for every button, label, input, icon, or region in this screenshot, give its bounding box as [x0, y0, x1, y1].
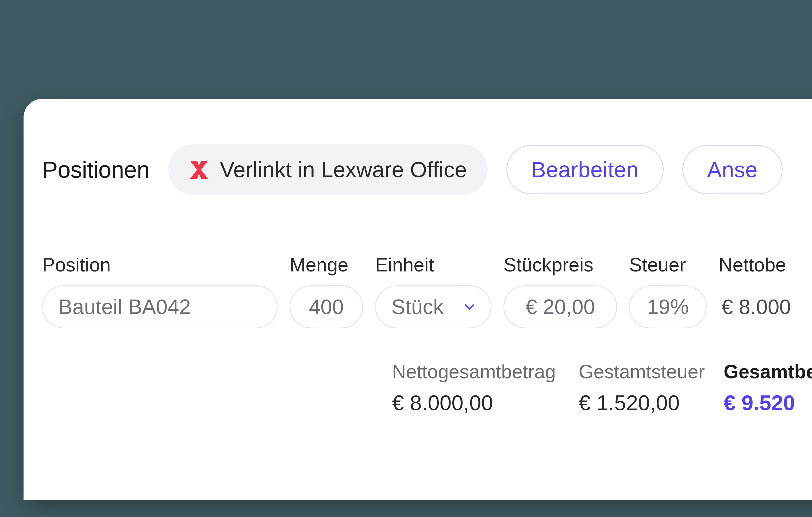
edit-button[interactable]: Bearbeiten	[506, 145, 664, 194]
totals-row: Nettogesamtbetrag € 8.000,00 Gestamtsteu…	[42, 361, 812, 415]
lexware-x-icon	[189, 160, 209, 180]
position-input-value: Bauteil BA042	[59, 295, 191, 319]
unit-price-value: € 20,00	[525, 295, 595, 319]
tax-total-label: Gestamtsteuer	[579, 361, 724, 383]
col-label-menge: Menge	[290, 254, 363, 276]
position-input[interactable]: Bauteil BA042	[42, 285, 278, 328]
view-button[interactable]: Anse	[682, 145, 783, 194]
col-label-steuer: Steuer	[629, 254, 707, 276]
tax-value: 19%	[647, 295, 689, 319]
quantity-input-value: 400	[309, 295, 344, 319]
edit-button-label: Bearbeiten	[531, 157, 639, 182]
col-label-stueckpreis: Stückpreis	[503, 254, 617, 276]
column-labels: Position Menge Einheit Stückpreis Steuer…	[42, 254, 812, 276]
unit-select[interactable]: Stück	[375, 285, 491, 328]
tax-input[interactable]: 19%	[629, 285, 707, 328]
chevron-down-icon	[463, 301, 475, 313]
col-label-netto: Nettobe	[719, 254, 812, 276]
line-net-value: € 8.000	[719, 285, 812, 329]
line-item-row: Bauteil BA042 400 Stück € 20,00 19%	[42, 285, 812, 329]
unit-price-input[interactable]: € 20,00	[503, 285, 617, 328]
grand-total-label: Gesamtbe	[724, 361, 812, 383]
col-label-position: Position	[42, 254, 278, 276]
tax-total-value: € 1.520,00	[579, 391, 724, 415]
unit-select-value: Stück	[392, 295, 443, 319]
view-button-label: Anse	[707, 157, 758, 182]
positions-card: Positionen Verlinkt in Lexware Office Be…	[24, 99, 812, 499]
header-row: Positionen Verlinkt in Lexware Office Be…	[42, 144, 812, 195]
section-title: Positionen	[42, 156, 149, 183]
net-total-label: Nettogesamtbetrag	[392, 361, 579, 383]
quantity-input[interactable]: 400	[290, 285, 363, 328]
grand-total-value: € 9.520	[724, 391, 812, 415]
linked-chip[interactable]: Verlinkt in Lexware Office	[168, 144, 488, 195]
linked-chip-label: Verlinkt in Lexware Office	[220, 157, 467, 182]
col-label-einheit: Einheit	[375, 254, 491, 276]
net-total-value: € 8.000,00	[392, 391, 579, 415]
